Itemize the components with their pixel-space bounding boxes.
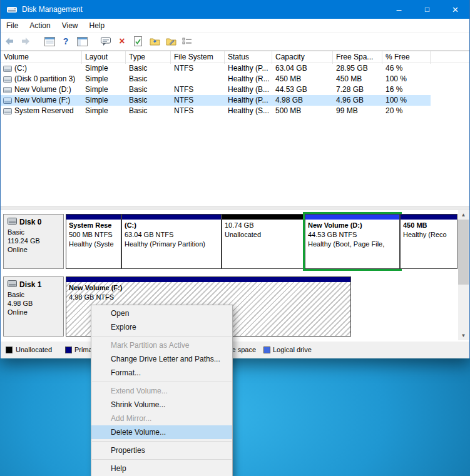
cell-status: Healthy (P... [225,95,272,106]
menu-item-help[interactable]: Help [91,462,232,475]
partition-label: System Rese [69,221,118,230]
menu-separator [92,441,232,442]
column-volume[interactable]: Volume [1,51,82,64]
menu-help[interactable]: Help [84,19,111,32]
partition-c[interactable]: (C:) 63.04 GB NTFS Healthy (Primary Part… [121,214,222,269]
partition-color-strip [222,215,304,220]
console-window-icon[interactable] [42,34,57,48]
disk1-info-panel[interactable]: Disk 1 Basic 4.98 GB Online [3,276,64,337]
menu-item-mark-partition-as-active: Mark Partition as Active [91,338,232,352]
menu-item-format[interactable]: Format... [91,366,232,380]
partition-new-volume-d[interactable]: New Volume (D:) 44.53 GB NTFS Healthy (B… [305,214,400,269]
menu-item-properties[interactable]: Properties [91,443,232,457]
checklist-icon[interactable] [180,34,195,48]
volume-name: New Volume (D:) [14,85,71,94]
table-row-disk0-partition3[interactable]: (Disk 0 partition 3) Simple Basic Health… [1,74,431,84]
partition-status: Healthy (Syste [69,240,118,249]
drive-icon [3,97,12,106]
show-hide-pane-icon[interactable] [74,34,89,48]
menu-item-change-drive-letter-and-paths[interactable]: Change Drive Letter and Paths... [91,352,232,366]
menu-separator [92,336,232,337]
disk0-info-panel[interactable]: Disk 0 Basic 119.24 GB Online [3,214,64,269]
cell-pct-free: 20 % [382,106,431,116]
forward-icon[interactable] [18,34,33,48]
volume-name: New Volume (F:) [14,96,70,104]
disk-management-app-icon [7,6,17,14]
pane-splitter[interactable] [1,206,469,210]
legend-logical-drive-swatch [263,347,270,353]
disk0-kind: Basic [8,228,59,236]
volume-name: (C:) [14,64,27,73]
menu-item-delete-volume[interactable]: Delete Volume... [91,425,232,439]
partition-system-reserved[interactable]: System Rese 500 MB NTFS Healthy (Syste [66,214,121,269]
cell-free: 99 MB [333,106,382,116]
legend-bar: Unallocated Primary partition Extended p… [1,342,469,358]
menu-item-explore[interactable]: Explore [91,320,232,334]
menu-view[interactable]: View [56,19,84,32]
open-folder-icon[interactable] [147,34,162,48]
column-layout[interactable]: Layout [82,51,126,64]
partition-status: Healthy (Boot, Page File, [308,240,397,249]
cell-layout: Simple [82,84,126,95]
minimize-button[interactable]: – [385,0,413,19]
table-row-new-volume-d[interactable]: New Volume (D:) Simple Basic NTFS Health… [1,84,431,95]
cell-fs: NTFS [171,84,225,95]
cell-fs: NTFS [171,63,225,74]
menu-separator [92,382,232,382]
legend-logical-drive-label: Logical drive [273,346,312,353]
disk1-kind: Basic [8,291,59,298]
partition-size: 10.74 GB [225,221,302,230]
scrollbar-thumb[interactable] [458,220,469,285]
column-status[interactable]: Status [225,51,272,64]
legend-unallocated-swatch [6,347,13,353]
cell-free: 4.96 GB [333,95,382,106]
table-row-c[interactable]: (C:) Simple Basic NTFS Healthy (P... 63.… [1,63,431,74]
disk1-size: 4.98 GB [8,300,59,307]
help-icon[interactable]: ? [58,34,73,48]
drive-icon [3,86,12,95]
disk0-status: Online [8,246,59,253]
table-row-new-volume-f-selected[interactable]: New Volume (F:) Simple Basic NTFS Health… [1,95,431,106]
action-pane-icon[interactable] [98,34,113,48]
table-row-system-reserved[interactable]: System Reserved Simple Basic NTFS Health… [1,106,431,116]
partition-size: 4.98 GB NTFS [69,293,348,302]
vertical-scrollbar[interactable]: ▲ ▼ [458,210,469,340]
menu-bar: File Action View Help [1,19,469,33]
maximize-button[interactable]: □ [413,0,441,19]
scroll-down-icon[interactable]: ▼ [458,331,469,340]
scroll-up-icon[interactable]: ▲ [458,210,469,220]
column-capacity[interactable]: Capacity [272,51,333,64]
menu-file[interactable]: File [1,19,24,32]
cell-fs: NTFS [171,106,225,116]
check-document-icon[interactable] [131,34,146,48]
close-button[interactable]: × [441,0,469,19]
edit-folder-icon[interactable] [163,34,178,48]
partition-color-strip [305,215,399,220]
cell-layout: Simple [82,106,126,116]
partition-unallocated[interactable]: 10.74 GB Unallocated [222,214,305,269]
column-file-system[interactable]: File System [171,51,225,64]
menu-item-add-mirror: Add Mirror... [91,412,232,425]
column-type[interactable]: Type [126,51,171,64]
column-pct-free[interactable]: % Free [382,51,431,64]
cell-fs: NTFS [171,95,225,106]
menu-action[interactable]: Action [24,19,56,32]
partition-label: 450 MB [403,221,454,230]
menu-separator [92,459,232,460]
disk0-size: 119.24 GB [8,237,59,245]
volume-name: (Disk 0 partition 3) [14,74,75,83]
toolbar: ? × [1,33,469,51]
cell-pct-free: 100 % [382,95,431,106]
delete-icon[interactable]: × [115,34,130,48]
disk0-label: Disk 0 [19,218,41,226]
disk1-status: Online [8,308,59,316]
cell-type: Basic [126,74,171,84]
column-free-space[interactable]: Free Spa... [333,51,382,64]
cell-type: Basic [126,63,171,74]
partition-size: 63.04 GB NTFS [125,230,218,240]
cell-layout: Simple [82,74,126,84]
menu-item-open[interactable]: Open [91,306,232,320]
back-icon[interactable] [2,34,17,48]
partition-recovery[interactable]: 450 MB Healthy (Reco [400,214,457,269]
menu-item-shrink-volume[interactable]: Shrink Volume... [91,398,232,412]
